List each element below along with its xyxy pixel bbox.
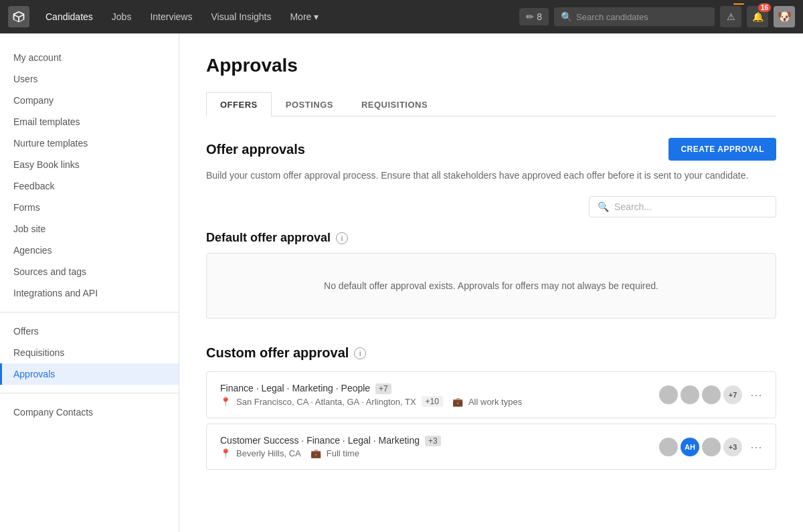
nav-actions: ✏ 8 🔍 ⚠ 🔔 16 🐶 <box>519 6 795 27</box>
sidebar-item-offers[interactable]: Offers <box>0 321 179 342</box>
nav-more-label: More <box>290 11 311 22</box>
search-area: 🔍 <box>206 196 776 217</box>
approval-avatars: AH +3 <box>659 438 742 456</box>
approval-search-input[interactable] <box>614 201 768 212</box>
search-container: 🔍 <box>554 7 715 26</box>
pencil-count: 8 <box>537 11 542 22</box>
alert-badge <box>733 3 744 5</box>
default-info-icon[interactable]: i <box>336 232 348 244</box>
chevron-down-icon: ▾ <box>314 11 319 22</box>
approval-row-actions-col: AH +3 ⋯ <box>659 438 762 456</box>
pencil-icon: ✏ <box>526 11 534 22</box>
tab-requisitions[interactable]: REQUISITIONS <box>347 92 442 116</box>
custom-info-icon[interactable]: i <box>354 347 366 359</box>
nav-more[interactable]: More ▾ <box>282 7 327 26</box>
sidebar-item-sources-and-tags[interactable]: Sources and tags <box>0 261 179 282</box>
approval-row-left: Finance · Legal · Marketing · People +7 … <box>220 383 522 407</box>
user-avatar[interactable]: 🐶 <box>774 6 795 27</box>
sidebar-item-users[interactable]: Users <box>0 68 179 90</box>
search-input[interactable] <box>576 12 708 22</box>
tags-plus-badge: +7 <box>375 383 391 394</box>
approval-row-actions-col: +7 ⋯ <box>659 385 762 404</box>
custom-approval-title: Custom offer approval i <box>206 345 776 361</box>
top-navigation: Candidates Jobs Interviews Visual Insigh… <box>0 0 803 33</box>
approval-row-header: Customer Success · Finance · Legal · Mar… <box>220 435 762 458</box>
approval-tags: Customer Success · Finance · Legal · Mar… <box>220 435 441 446</box>
approval-row-header: Finance · Legal · Marketing · People +7 … <box>220 383 762 407</box>
sidebar-item-job-site[interactable]: Job site <box>0 218 179 240</box>
row-menu-button[interactable]: ⋯ <box>750 387 762 402</box>
avatar <box>702 438 721 456</box>
location-icon: 📍 <box>220 397 231 407</box>
nav-candidates[interactable]: Candidates <box>37 7 101 26</box>
approval-row: Finance · Legal · Marketing · People +7 … <box>206 371 776 418</box>
offer-approvals-description: Build your custom offer approval process… <box>206 169 776 183</box>
sidebar-item-company[interactable]: Company <box>0 90 179 111</box>
bell-btn[interactable]: 🔔 16 <box>747 6 768 27</box>
default-approval-title: Default offer approval i <box>206 231 776 245</box>
alert-btn[interactable]: ⚠ <box>720 6 741 27</box>
avatar-ah: AH <box>681 438 699 456</box>
sidebar-item-requisitions[interactable]: Requisitions <box>0 342 179 363</box>
warning-icon: ⚠ <box>727 11 735 22</box>
sidebar-divider-2 <box>0 393 179 393</box>
nav-jobs[interactable]: Jobs <box>104 7 140 26</box>
approval-row: Customer Success · Finance · Legal · Mar… <box>206 424 776 470</box>
sidebar-item-nurture-templates[interactable]: Nurture templates <box>0 132 179 154</box>
sidebar-item-integrations-and-api[interactable]: Integrations and API <box>0 282 179 304</box>
nav-interviews[interactable]: Interviews <box>142 7 200 26</box>
sidebar: My account Users Company Email templates… <box>0 33 179 532</box>
approval-search-box: 🔍 <box>589 196 776 217</box>
search-icon: 🔍 <box>561 11 572 22</box>
tags-plus-badge: +3 <box>425 436 441 446</box>
offer-approvals-title: Offer approvals <box>206 142 305 157</box>
avatar-plus: +7 <box>723 385 742 404</box>
avatar-plus: +3 <box>723 438 742 456</box>
create-approval-button[interactable]: CREATE APPROVAL <box>668 138 776 161</box>
bell-icon: 🔔 <box>752 11 764 22</box>
bell-count: 16 <box>758 3 771 12</box>
approval-avatars: +7 <box>659 385 742 404</box>
offer-approvals-header: Offer approvals CREATE APPROVAL <box>206 138 776 161</box>
sidebar-item-forms[interactable]: Forms <box>0 197 179 218</box>
briefcase-icon: 💼 <box>452 397 463 407</box>
avatar <box>702 385 721 404</box>
location-icon: 📍 <box>220 448 231 458</box>
search-icon: 🔍 <box>598 201 609 212</box>
briefcase-icon: 💼 <box>310 448 321 458</box>
avatar <box>659 438 678 456</box>
sidebar-item-easy-book-links[interactable]: Easy Book links <box>0 154 179 175</box>
row-menu-button[interactable]: ⋯ <box>750 440 762 454</box>
approval-tags: Finance · Legal · Marketing · People +7 <box>220 383 522 393</box>
sidebar-divider-1 <box>0 312 179 313</box>
approval-row-details: 📍 San Francisco, CA · Atlanta, GA · Arli… <box>220 396 522 407</box>
app-layout: My account Users Company Email templates… <box>0 33 803 532</box>
sidebar-item-agencies[interactable]: Agencies <box>0 240 179 261</box>
default-approval-empty: No default offer approval exists. Approv… <box>206 253 776 319</box>
avatar <box>681 385 699 404</box>
pencil-btn[interactable]: ✏ 8 <box>519 8 549 25</box>
tab-postings[interactable]: POSTINGS <box>272 92 347 116</box>
logo[interactable] <box>8 6 29 27</box>
tabs: OFFERS POSTINGS REQUISITIONS <box>206 92 776 116</box>
sidebar-item-feedback[interactable]: Feedback <box>0 175 179 197</box>
main-content: Approvals OFFERS POSTINGS REQUISITIONS O… <box>179 33 803 532</box>
location-plus-badge: +10 <box>422 396 443 407</box>
approval-row-left: Customer Success · Finance · Legal · Mar… <box>220 435 441 458</box>
nav-visual-insights[interactable]: Visual Insights <box>203 7 279 26</box>
page-title: Approvals <box>206 55 776 76</box>
approval-row-details: 📍 Beverly Hills, CA 💼 Full time <box>220 448 441 458</box>
avatar <box>659 385 678 404</box>
sidebar-item-approvals[interactable]: Approvals <box>0 363 179 385</box>
sidebar-item-company-contacts[interactable]: Company Contacts <box>0 402 179 423</box>
sidebar-item-my-account[interactable]: My account <box>0 47 179 68</box>
sidebar-item-email-templates[interactable]: Email templates <box>0 111 179 132</box>
tab-offers[interactable]: OFFERS <box>206 92 272 116</box>
